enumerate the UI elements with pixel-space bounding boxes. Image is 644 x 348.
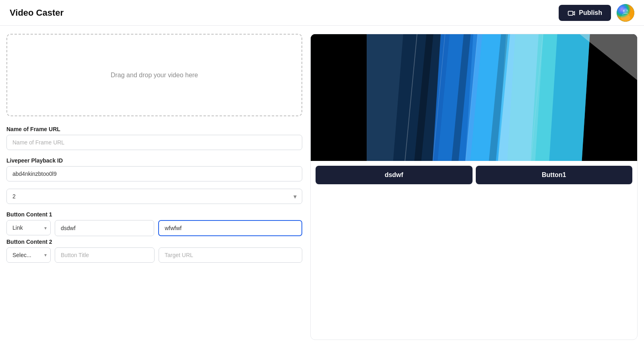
count-select[interactable]: 1 2 3 4 5 (6, 189, 302, 204)
camera-icon (568, 9, 576, 17)
app-title: Video Caster (10, 8, 64, 18)
svg-point-3 (621, 14, 630, 21)
preview-btn-2[interactable]: Button1 (476, 166, 633, 184)
frame-url-label: Name of Frame URL (6, 126, 302, 132)
select-wrapper: 1 2 3 4 5 ▾ (6, 189, 302, 204)
publish-button[interactable]: Publish (559, 5, 611, 21)
btn1-type-select[interactable]: Link Button None (6, 220, 51, 235)
left-panel: Drag and drop your video here Name of Fr… (6, 34, 310, 340)
right-panel: dsdwf Button1 (310, 34, 638, 340)
btn2-type-wrapper: Selec... Link Button None ▾ (6, 247, 51, 263)
drop-zone-text: Drag and drop your video here (111, 72, 198, 79)
avatar[interactable] (617, 4, 634, 22)
svg-rect-6 (311, 34, 367, 161)
btn2-title-input[interactable] (55, 247, 155, 263)
frame-url-input[interactable] (6, 135, 302, 150)
button-content-1-label: Button Content 1 (6, 211, 302, 218)
header-actions: Publish (559, 4, 634, 22)
avatar-image (617, 4, 634, 22)
preview-buttons: dsdwf Button1 (311, 161, 637, 184)
playback-id-label: Livepeer Playback ID (6, 157, 302, 164)
btn1-title-input[interactable] (55, 220, 154, 236)
preview-image (311, 34, 637, 161)
playback-id-input[interactable] (6, 166, 302, 181)
main-layout: Drag and drop your video here Name of Fr… (0, 26, 644, 348)
btn1-url-input[interactable] (158, 220, 302, 236)
preview-btn-1[interactable]: dsdwf (316, 166, 473, 184)
btn1-type-wrapper: Link Button None ▾ (6, 220, 51, 236)
video-preview (311, 34, 637, 161)
svg-rect-0 (568, 11, 573, 15)
button-content-2-label: Button Content 2 (6, 239, 302, 245)
btn2-type-select[interactable]: Selec... Link Button None (6, 247, 51, 263)
svg-point-5 (627, 10, 628, 11)
btn2-url-input[interactable] (159, 247, 302, 263)
button-content-2-row: Selec... Link Button None ▾ (6, 247, 302, 263)
app-header: Video Caster Publish (0, 0, 644, 26)
video-drop-zone[interactable]: Drag and drop your video here (6, 34, 302, 116)
svg-point-4 (623, 10, 625, 12)
button-content-1-row: Link Button None ▾ (6, 220, 302, 236)
